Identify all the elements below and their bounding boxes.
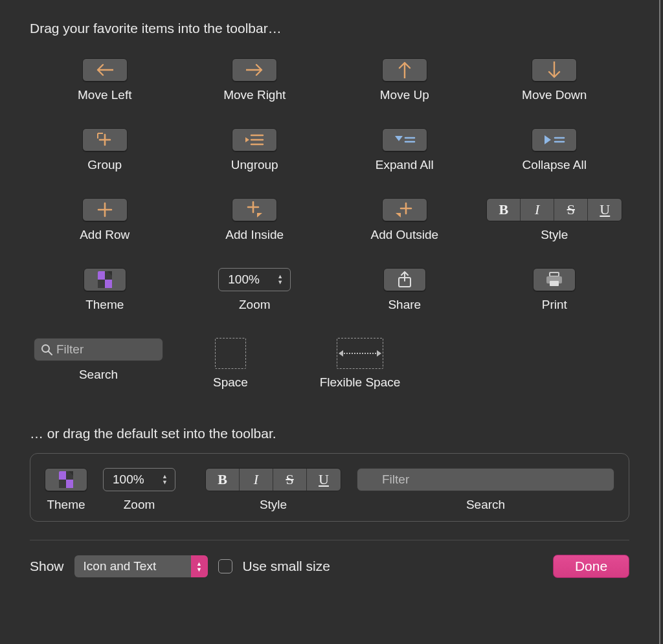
default-search[interactable]: Filter Search: [357, 468, 614, 512]
zoom-stepper[interactable]: 100% ▲▼: [103, 468, 175, 491]
item-label: Zoom: [239, 298, 271, 312]
search-icon: [41, 344, 52, 355]
toolbar-items-grid-row5: Filter Search Space Flexible Space: [30, 338, 629, 390]
svg-rect-3: [550, 281, 559, 286]
move-up-icon: [382, 58, 427, 82]
zoom-value: 100%: [228, 272, 260, 287]
item-expand-all[interactable]: Expand All: [376, 128, 434, 172]
print-icon: [533, 268, 576, 291]
customize-toolbar-sheet: Drag your favorite items into the toolba…: [0, 0, 660, 644]
item-label: Print: [542, 298, 567, 312]
search-placeholder: Filter: [56, 342, 84, 357]
item-search[interactable]: Filter Search: [27, 338, 170, 390]
item-move-down[interactable]: Move Down: [522, 58, 587, 102]
item-label: Add Inside: [225, 228, 284, 242]
done-button-label: Done: [575, 559, 607, 574]
item-share[interactable]: Share: [383, 268, 426, 312]
item-ungroup[interactable]: Ungroup: [231, 128, 278, 172]
popup-arrows-icon: ▲▼: [191, 555, 208, 577]
show-mode-value: Icon and Text: [84, 559, 157, 573]
zoom-value: 100%: [113, 472, 144, 487]
show-label: Show: [30, 559, 64, 574]
default-zoom[interactable]: 100% ▲▼ Zoom: [103, 468, 175, 512]
default-toolbar-set[interactable]: Theme 100% ▲▼ Zoom B I S U Style Filter …: [30, 453, 629, 522]
item-add-inside[interactable]: Add Inside: [225, 198, 284, 242]
move-down-icon: [532, 58, 577, 82]
item-label: Theme: [85, 298, 124, 312]
toolbar-items-grid: Move Left Move Right Move Up Move Down: [30, 58, 629, 312]
search-field[interactable]: Filter: [357, 468, 614, 491]
style-segmented[interactable]: B I S U: [205, 468, 341, 491]
add-outside-icon: [382, 198, 427, 221]
add-inside-icon: [232, 198, 277, 221]
item-label: Move Left: [78, 88, 131, 102]
space-icon: [215, 338, 246, 369]
item-label: Flexible Space: [320, 375, 401, 390]
style-segmented[interactable]: B I S U: [486, 198, 622, 221]
share-icon: [383, 268, 426, 291]
divider: [30, 540, 629, 540]
add-row-icon: [82, 198, 128, 221]
underline-segment[interactable]: U: [307, 469, 341, 491]
ungroup-icon: [232, 128, 277, 151]
item-group[interactable]: Group: [82, 128, 128, 172]
item-label: Add Row: [80, 228, 129, 242]
theme-icon: [84, 268, 126, 291]
item-label: Space: [213, 375, 248, 390]
item-flexible-space[interactable]: Flexible Space: [289, 338, 431, 390]
instruction-drag-default: … or drag the default set into the toolb…: [30, 426, 629, 441]
bold-segment[interactable]: B: [206, 469, 240, 491]
item-label: Group: [87, 158, 122, 172]
item-collapse-all[interactable]: Collapse All: [523, 128, 587, 172]
default-label: Theme: [47, 498, 85, 512]
group-icon: [82, 128, 128, 151]
footer-bar: Show Icon and Text ▲▼ Use small size Don…: [30, 555, 629, 578]
item-move-left[interactable]: Move Left: [78, 58, 131, 102]
item-add-outside[interactable]: Add Outside: [370, 198, 438, 242]
strike-segment[interactable]: S: [273, 469, 307, 491]
move-left-icon: [82, 58, 128, 82]
item-space[interactable]: Space: [172, 338, 289, 390]
default-theme[interactable]: Theme: [45, 468, 87, 512]
item-label: Move Down: [522, 88, 587, 102]
search-field[interactable]: Filter: [34, 338, 163, 361]
item-label: Add Outside: [370, 228, 438, 242]
item-label: Style: [541, 228, 568, 242]
item-label: Expand All: [376, 158, 434, 172]
item-label: Share: [388, 298, 421, 312]
use-small-size-label: Use small size: [243, 559, 330, 574]
svg-rect-1: [550, 272, 559, 276]
item-label: Move Up: [380, 88, 429, 102]
stepper-arrows-icon: ▲▼: [162, 471, 171, 488]
bold-segment[interactable]: B: [487, 199, 521, 221]
search-placeholder: Filter: [382, 472, 409, 487]
item-add-row[interactable]: Add Row: [80, 198, 129, 242]
flexible-space-icon: [337, 338, 383, 369]
item-style[interactable]: B I S U Style: [486, 198, 622, 242]
theme-icon: [45, 468, 87, 491]
item-theme[interactable]: Theme: [84, 268, 126, 312]
use-small-size-checkbox[interactable]: [218, 559, 232, 573]
item-label: Search: [79, 368, 118, 382]
expand-all-icon: [382, 128, 427, 151]
zoom-stepper[interactable]: 100% ▲▼: [218, 268, 291, 291]
item-zoom[interactable]: 100% ▲▼ Zoom: [218, 268, 291, 312]
default-style[interactable]: B I S U Style: [205, 468, 341, 512]
collapse-all-icon: [532, 128, 577, 151]
item-move-up[interactable]: Move Up: [380, 58, 429, 102]
show-mode-popup[interactable]: Icon and Text ▲▼: [74, 555, 208, 577]
default-label: Style: [260, 498, 287, 512]
default-label: Zoom: [124, 498, 155, 512]
item-label: Move Right: [223, 88, 286, 102]
instruction-drag-items: Drag your favorite items into the toolba…: [30, 21, 629, 36]
strike-segment[interactable]: S: [554, 199, 588, 221]
stepper-arrows-icon: ▲▼: [277, 271, 286, 288]
item-print[interactable]: Print: [533, 268, 576, 312]
underline-segment[interactable]: U: [588, 199, 622, 221]
italic-segment[interactable]: I: [521, 199, 554, 221]
item-move-right[interactable]: Move Right: [223, 58, 286, 102]
done-button[interactable]: Done: [553, 555, 629, 578]
italic-segment[interactable]: I: [240, 469, 273, 491]
move-right-icon: [232, 58, 277, 82]
item-label: Ungroup: [231, 158, 278, 172]
